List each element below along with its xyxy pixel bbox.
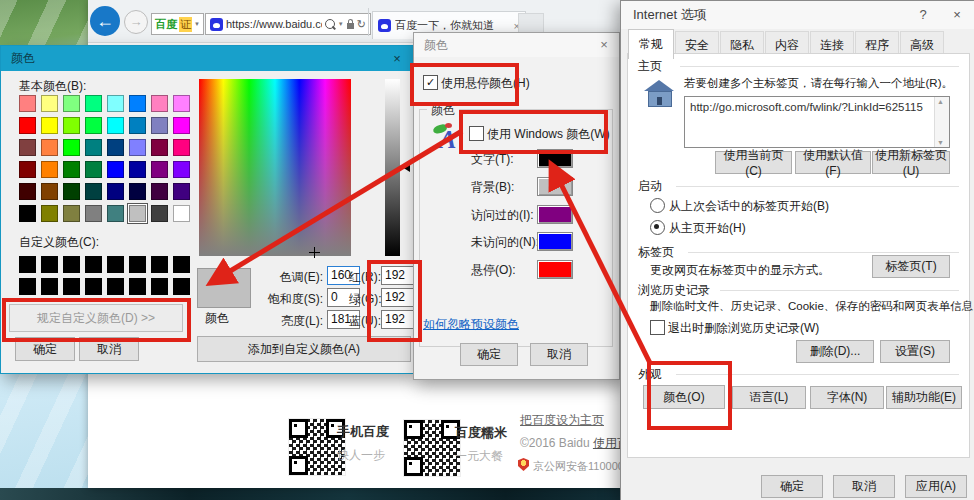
- chevron-down-icon[interactable]: ▼: [338, 21, 344, 27]
- basic-color-swatch[interactable]: [173, 205, 190, 222]
- homepage-url-textarea[interactable]: http://go.microsoft.com/fwlink/?LinkId=6…: [684, 96, 950, 148]
- unvisited-color-swatch[interactable]: [537, 232, 573, 251]
- basic-color-swatch[interactable]: [173, 183, 190, 200]
- green-field[interactable]: 192: [381, 288, 414, 307]
- basic-color-swatch[interactable]: [63, 139, 80, 156]
- background-color-swatch[interactable]: [537, 177, 573, 196]
- basic-color-swatch[interactable]: [41, 117, 58, 134]
- basic-color-swatch[interactable]: [107, 205, 124, 222]
- custom-color-swatch[interactable]: [19, 278, 36, 295]
- basic-color-swatch[interactable]: [151, 95, 168, 112]
- start-homepage-radio[interactable]: [650, 220, 665, 235]
- basic-color-swatch[interactable]: [151, 183, 168, 200]
- basic-color-swatch[interactable]: [41, 139, 58, 156]
- use-hover-color-checkbox[interactable]: ✓: [423, 75, 438, 90]
- languages-button[interactable]: 语言(L): [732, 386, 806, 409]
- cancel-button[interactable]: 取消: [79, 337, 139, 361]
- custom-color-swatch[interactable]: [63, 278, 80, 295]
- basic-color-swatch[interactable]: [173, 161, 190, 178]
- basic-color-swatch[interactable]: [107, 117, 124, 134]
- basic-color-swatch[interactable]: [151, 139, 168, 156]
- basic-color-swatch[interactable]: [19, 205, 36, 222]
- basic-color-swatch[interactable]: [63, 205, 80, 222]
- basic-color-swatch[interactable]: [41, 205, 58, 222]
- back-button[interactable]: ←: [90, 6, 120, 36]
- basic-color-swatch[interactable]: [85, 95, 102, 112]
- ok-button[interactable]: 确定: [15, 337, 75, 361]
- basic-color-swatch[interactable]: [151, 205, 168, 222]
- basic-color-swatch[interactable]: [107, 183, 124, 200]
- custom-color-swatch[interactable]: [129, 256, 146, 273]
- basic-color-swatch[interactable]: [129, 183, 146, 200]
- scroll-up-icon[interactable]: ▲: [937, 98, 944, 105]
- basic-color-swatch[interactable]: [63, 117, 80, 134]
- forward-button[interactable]: →: [124, 10, 148, 34]
- basic-color-swatch[interactable]: [173, 139, 190, 156]
- cancel-button[interactable]: 取消: [530, 343, 588, 366]
- color-picker-titlebar[interactable]: 颜色: [1, 46, 413, 71]
- custom-color-swatch[interactable]: [107, 256, 124, 273]
- baidu-security-badge[interactable]: 百度 证 ▼: [151, 13, 204, 35]
- delete-on-exit-checkbox[interactable]: [650, 320, 665, 335]
- custom-color-swatch[interactable]: [173, 278, 190, 295]
- basic-color-swatch[interactable]: [41, 95, 58, 112]
- basic-color-swatch[interactable]: [19, 117, 36, 134]
- help-icon[interactable]: ?: [907, 1, 939, 29]
- tabs-button[interactable]: 标签页(T): [872, 255, 950, 278]
- add-to-custom-colors-button[interactable]: 添加到自定义颜色(A): [197, 336, 411, 362]
- use-windows-colors-label[interactable]: 使用 Windows 颜色(W): [487, 126, 610, 143]
- red-field[interactable]: 192: [381, 266, 414, 285]
- basic-color-swatch[interactable]: [85, 139, 102, 156]
- custom-color-swatch[interactable]: [151, 278, 168, 295]
- refresh-icon[interactable]: ↻: [357, 18, 366, 31]
- custom-color-swatch[interactable]: [41, 278, 58, 295]
- basic-color-swatch[interactable]: [107, 139, 124, 156]
- search-icon[interactable]: [325, 19, 335, 29]
- basic-color-swatch[interactable]: [63, 95, 80, 112]
- blue-field[interactable]: 192: [381, 310, 414, 329]
- custom-color-swatch[interactable]: [173, 256, 190, 273]
- define-custom-colors-button[interactable]: 规定自定义颜色(D) >>: [9, 304, 183, 332]
- set-homepage-link[interactable]: 把百度设为主页: [520, 412, 604, 429]
- settings-button[interactable]: 设置(S): [880, 340, 950, 363]
- start-last-session-label[interactable]: 从上次会话中的标签页开始(B): [669, 198, 829, 215]
- use-newtab-button[interactable]: 使用新标签页(U): [872, 151, 950, 174]
- basic-color-swatch[interactable]: [107, 95, 124, 112]
- basic-color-swatch[interactable]: [63, 161, 80, 178]
- colors-button[interactable]: 颜色(O): [643, 385, 725, 409]
- use-windows-colors-checkbox[interactable]: [469, 126, 484, 141]
- luminance-marker[interactable]: [402, 162, 410, 172]
- apply-button[interactable]: 应用(A): [905, 475, 967, 498]
- basic-color-swatch[interactable]: [85, 205, 102, 222]
- basic-color-swatch[interactable]: [129, 95, 146, 112]
- delete-button[interactable]: 删除(D)...: [796, 340, 874, 363]
- delete-on-exit-label[interactable]: 退出时删除浏览历史记录(W): [668, 320, 819, 337]
- hue-saturation-field[interactable]: [199, 79, 351, 256]
- basic-color-swatch[interactable]: [85, 161, 102, 178]
- custom-color-swatch[interactable]: [151, 256, 168, 273]
- basic-color-swatch[interactable]: [85, 117, 102, 134]
- custom-color-swatch[interactable]: [85, 278, 102, 295]
- basic-color-swatch[interactable]: [85, 183, 102, 200]
- textarea-scrollbar[interactable]: ▲ ▼: [934, 97, 949, 147]
- use-current-button[interactable]: 使用当前页(C): [715, 151, 792, 174]
- basic-color-swatch[interactable]: [19, 139, 36, 156]
- basic-color-swatch[interactable]: [41, 183, 58, 200]
- basic-color-swatch[interactable]: [129, 205, 146, 222]
- basic-color-swatch[interactable]: [19, 183, 36, 200]
- cancel-button[interactable]: 取消: [833, 475, 895, 498]
- visited-color-swatch[interactable]: [537, 205, 573, 224]
- ok-button[interactable]: 确定: [761, 475, 823, 498]
- basic-color-swatch[interactable]: [19, 161, 36, 178]
- start-last-session-radio[interactable]: [650, 198, 665, 213]
- basic-color-swatch[interactable]: [63, 183, 80, 200]
- accessibility-button[interactable]: 辅助功能(E): [886, 386, 962, 409]
- hover-color-swatch[interactable]: [537, 260, 573, 279]
- ok-button[interactable]: 确定: [460, 343, 518, 366]
- use-hover-color-label[interactable]: 使用悬停颜色(H): [441, 75, 530, 92]
- address-bar[interactable]: https://www.baidu.com/ ▼ ↻: [205, 13, 371, 35]
- basic-color-swatch[interactable]: [129, 139, 146, 156]
- tab-general[interactable]: 常规: [628, 29, 674, 59]
- fonts-button[interactable]: 字体(N): [810, 386, 884, 409]
- custom-color-swatch[interactable]: [41, 256, 58, 273]
